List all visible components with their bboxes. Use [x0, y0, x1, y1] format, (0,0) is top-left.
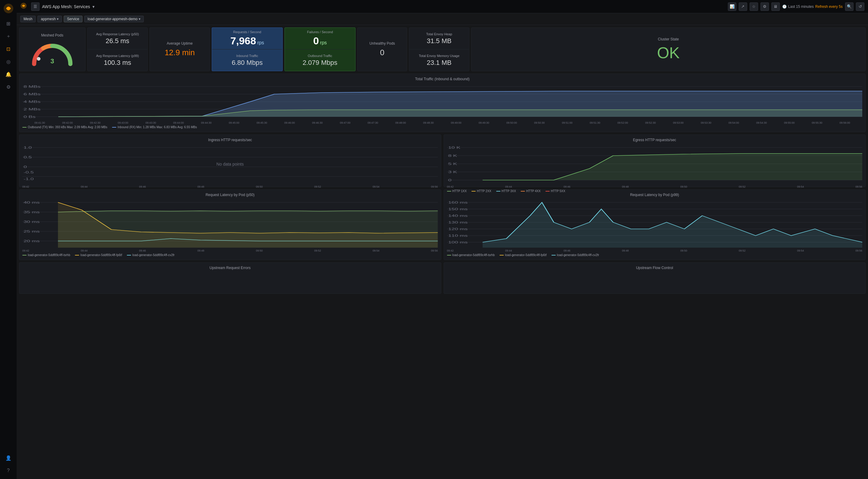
- sidebar-item-add[interactable]: ＋: [3, 31, 14, 42]
- search-icon[interactable]: 🔍: [845, 2, 854, 11]
- sidebar-item-grid[interactable]: ⊞: [3, 18, 14, 29]
- svg-text:40 ms: 40 ms: [24, 201, 40, 204]
- p50-dot-3: [127, 255, 131, 255]
- latency-p50-value: 26.5 ms: [106, 37, 129, 45]
- failures-value: 0: [313, 35, 319, 47]
- cluster-state-value: OK: [657, 44, 680, 62]
- svg-text:6 MBs: 6 MBs: [24, 93, 40, 96]
- svg-text:-0.5: -0.5: [24, 171, 34, 174]
- svg-text:0 Bs: 0 Bs: [24, 115, 36, 118]
- ingress-x-labels: 09:4209:4409:4609:4809:5009:5209:5409:56: [22, 185, 438, 188]
- sidebar-item-explore[interactable]: ◎: [3, 56, 14, 67]
- upstream-errors-title: Upstream Request Errors: [22, 266, 438, 270]
- star-icon[interactable]: ☆: [750, 2, 758, 11]
- traffic-x-labels: 09:41:3009:42:0009:42:3009:43:0009:43:30…: [22, 121, 862, 124]
- latency-p50-chart-title: Request Latency by Pod (p50): [22, 193, 438, 197]
- svg-text:8 MBs: 8 MBs: [24, 85, 40, 89]
- unhealthy-title: Unhealthy Pods: [369, 41, 395, 45]
- http3xx-dot: [496, 191, 500, 192]
- outbound-legend-color: [22, 127, 27, 128]
- svg-text:35 ms: 35 ms: [24, 210, 40, 214]
- upstream-flow-panel: Upstream Flow Control: [444, 263, 866, 294]
- svg-text:4 MBs: 4 MBs: [24, 100, 40, 103]
- topbar-right: 📊 ↗ ☆ ⚙ 🖥 🕐 Last 15 minutes Refresh ever…: [728, 2, 864, 11]
- refresh-label: Last 15 minutes: [788, 4, 814, 9]
- breadcrumb-loadgen[interactable]: load-generator-appmesh-demo: [84, 16, 144, 22]
- sidebar-item-settings[interactable]: ⚙: [3, 81, 14, 92]
- svg-text:160 ms: 160 ms: [448, 201, 467, 204]
- svg-point-2: [37, 57, 40, 61]
- latency-p99-area: 160 ms 150 ms 140 ms 130 ms 120 ms 110 m…: [447, 199, 863, 257]
- failures-unit: rps: [320, 40, 327, 45]
- latency-p99-svg: 160 ms 150 ms 140 ms 130 ms 120 ms 110 m…: [447, 199, 863, 248]
- latency-row: Request Latency by Pod (p50) 40 ms 35 ms…: [19, 190, 866, 260]
- p50-label-2: load-generator-5ddf89c4ff-fp6tf: [80, 253, 122, 257]
- p50-dot-2: [75, 255, 79, 255]
- monitor-icon[interactable]: 🖥: [771, 2, 780, 11]
- bottom-charts-row: Upstream Request Errors Upstream Flow Co…: [19, 263, 866, 294]
- p50-legend-2: load-generator-5ddf89c4ff-fp6tf: [75, 253, 122, 257]
- settings-icon[interactable]: ⚙: [761, 2, 769, 11]
- svg-text:100 ms: 100 ms: [448, 241, 467, 244]
- sidebar: ⊞ ＋ ⊡ ◎ 🔔 ⚙ 👤 ?: [0, 0, 17, 479]
- envoy-memory-title: Total Envoy Memory Usage: [419, 54, 460, 58]
- p50-legend-3: load-generator-5ddf89c4ff-cv2fr: [127, 253, 175, 257]
- uptime-title: Average Uptime: [167, 41, 193, 45]
- legend-outbound: Outbound (TX) Min: 393 kBs Max: 2.09 MBs…: [22, 126, 107, 129]
- requests-unit: rps: [257, 40, 264, 45]
- main-content: ☰ AWS App Mesh: Services ▾ 📊 ↗ ☆ ⚙ 🖥 🕐 L…: [17, 0, 868, 479]
- menu-icon[interactable]: ☰: [31, 2, 39, 11]
- breadcrumb-appmesh[interactable]: appmesh: [37, 16, 62, 22]
- requests-top: Requests / Second 7,968 rps: [212, 28, 282, 49]
- requests-title: Requests / Second: [233, 30, 261, 34]
- sidebar-item-user[interactable]: 👤: [3, 452, 14, 463]
- svg-text:130 ms: 130 ms: [448, 221, 467, 224]
- outbound-value: 2.079 Mbps: [303, 59, 337, 67]
- title-arrow[interactable]: ▾: [92, 4, 95, 9]
- upstream-flow-area: [447, 272, 863, 290]
- latency-p99-value: 100.3 ms: [104, 59, 131, 67]
- p50-label-1: load-generator-5ddf89c4ff-tsrhb: [28, 253, 70, 257]
- envoy-memory-half: Total Envoy Memory Usage 23.1 MB: [409, 49, 469, 71]
- p99-label-2: load-generator-5ddf89c4ff-fp6tf: [505, 253, 547, 257]
- total-traffic-chart: Total Traffic (Inbound & outbound) 8 MBs…: [19, 74, 866, 132]
- page-title: AWS App Mesh: Services: [42, 4, 90, 9]
- inbound-legend-color: [112, 127, 116, 128]
- inbound-bottom: Inbound Traffic 6.80 Mbps: [212, 49, 282, 71]
- uptime-panel: Average Uptime 12.9 min: [150, 28, 210, 71]
- svg-text:20 ms: 20 ms: [24, 240, 40, 243]
- grafana-icon: [20, 2, 27, 10]
- sidebar-item-alerts[interactable]: 🔔: [3, 69, 14, 80]
- svg-text:8 K: 8 K: [448, 154, 457, 158]
- http2xx-label: HTTP 2XX: [477, 190, 491, 193]
- inbound-title: Inbound Traffic: [236, 54, 258, 58]
- share-icon[interactable]: ↗: [739, 2, 747, 11]
- p99-dot-1: [447, 255, 451, 255]
- http1xx-label: HTTP 1XX: [453, 190, 467, 193]
- sidebar-item-dashboard[interactable]: ⊡: [3, 43, 14, 54]
- envoy-panel: Total Envoy Heap 31.5 MB Total Envoy Mem…: [409, 28, 469, 71]
- failures-panel: Failures / Second 0 rps Outbound Traffic…: [284, 28, 355, 71]
- legend-http2xx: HTTP 2XX: [471, 190, 491, 193]
- app-logo[interactable]: [3, 3, 14, 14]
- p50-legend-1: load-generator-5ddf89c4ff-tsrhb: [22, 253, 70, 257]
- p50-x-labels: 09:4209:4409:4609:4809:5009:5209:5409:56: [22, 249, 438, 252]
- refresh-icon[interactable]: ↺: [856, 2, 864, 11]
- legend-http4xx: HTTP 4XX: [521, 190, 540, 193]
- sidebar-item-help[interactable]: ?: [3, 465, 14, 476]
- svg-text:0.5: 0.5: [24, 156, 32, 159]
- failures-title: Failures / Second: [307, 30, 333, 34]
- breadcrumb-service[interactable]: Service: [64, 16, 83, 22]
- outbound-title: Outbound Traffic: [308, 54, 332, 58]
- latency-p50-panel: Request Latency by Pod (p50) 40 ms 35 ms…: [19, 190, 441, 260]
- breadcrumb-bar: Mesh appmesh Service load-generator-appm…: [17, 13, 868, 25]
- breadcrumb-mesh[interactable]: Mesh: [20, 16, 36, 22]
- ingress-title: Ingress HTTP requests/sec: [22, 138, 438, 142]
- egress-legend: HTTP 1XX HTTP 2XX HTTP 3XX HTTP 4XX: [447, 190, 863, 193]
- cluster-state-title: Cluster State: [658, 37, 679, 41]
- meshed-pods-title: Meshed Pods: [41, 33, 63, 37]
- topbar: ☰ AWS App Mesh: Services ▾ 📊 ↗ ☆ ⚙ 🖥 🕐 L…: [17, 0, 868, 13]
- svg-text:10 K: 10 K: [448, 146, 460, 149]
- graph-icon[interactable]: 📊: [728, 2, 736, 11]
- refresh-interval[interactable]: Refresh every 5s: [815, 4, 843, 9]
